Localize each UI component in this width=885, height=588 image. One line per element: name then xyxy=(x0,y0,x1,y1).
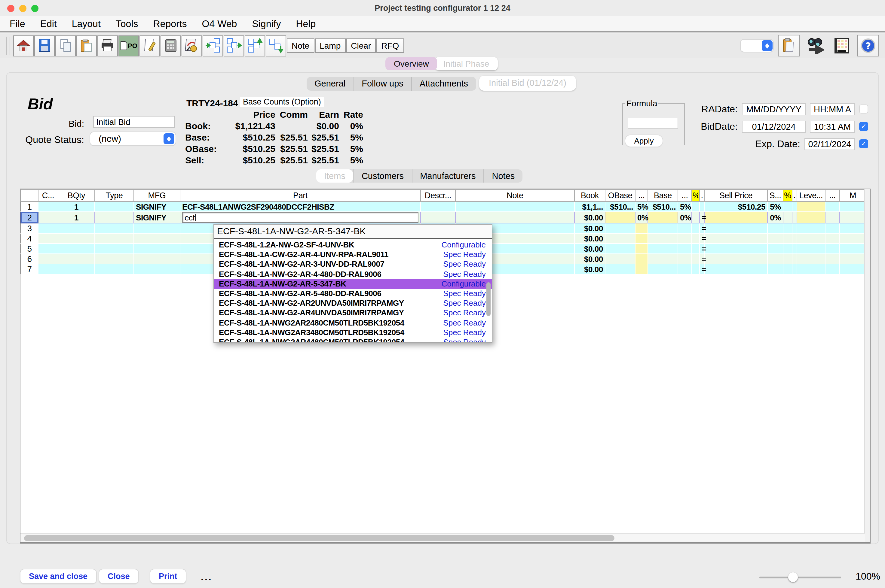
grid-col-bqty[interactable]: BQty xyxy=(58,189,95,201)
grid-horizontal-scrollbar[interactable] xyxy=(20,533,865,542)
cell[interactable] xyxy=(792,212,797,223)
grid-col-book[interactable]: Book xyxy=(575,189,605,201)
grid-col-descr-[interactable]: Descr... xyxy=(421,189,455,201)
cell[interactable] xyxy=(134,254,180,264)
cell[interactable] xyxy=(792,201,797,212)
menu-layout[interactable]: Layout xyxy=(72,18,101,29)
tab-initial-bid[interactable]: Initial Bid (01/12/24) xyxy=(479,76,576,91)
cell[interactable] xyxy=(605,223,635,233)
toolbar-note-button[interactable]: Note xyxy=(287,39,314,53)
cell[interactable] xyxy=(783,212,792,223)
cell[interactable] xyxy=(840,233,866,243)
part-edit-input[interactable]: ecf xyxy=(182,212,418,223)
cell[interactable] xyxy=(840,223,866,233)
cell[interactable]: 1 xyxy=(58,201,95,212)
cell[interactable]: $1,1... xyxy=(575,201,605,212)
cell[interactable] xyxy=(825,254,840,264)
cell[interactable]: 5% xyxy=(635,201,648,212)
cell[interactable] xyxy=(605,233,635,243)
home-button[interactable] xyxy=(13,35,34,56)
cell[interactable] xyxy=(635,254,648,264)
cell[interactable] xyxy=(840,243,866,254)
grid-col--[interactable]: ... xyxy=(635,189,648,201)
cell[interactable]: 5% xyxy=(768,201,783,212)
grid-col--[interactable]: ... xyxy=(825,189,840,201)
cell[interactable]: $510.25 xyxy=(704,201,768,212)
cell[interactable] xyxy=(95,201,134,212)
price-gauge-button[interactable] xyxy=(182,35,202,56)
cell[interactable] xyxy=(783,233,792,243)
dropdown-item[interactable]: ECF-S-48L-1A-NWG2AR2480CM50TLRD5BK192054… xyxy=(214,318,492,328)
grid-col-part[interactable]: Part xyxy=(180,189,421,201)
apply-button[interactable]: Apply xyxy=(625,135,662,147)
cell[interactable]: = xyxy=(700,243,704,254)
save-and-close-button[interactable]: Save and close xyxy=(20,569,96,583)
grid-col--[interactable]: . xyxy=(792,189,797,201)
menu-o4-web[interactable]: O4 Web xyxy=(202,18,237,29)
cell[interactable]: 0% xyxy=(768,212,783,223)
date-input[interactable]: 01/12/2024 xyxy=(742,120,806,132)
row-number[interactable]: 4 xyxy=(21,233,38,243)
checked-checkbox[interactable]: ✓ xyxy=(859,140,868,148)
find-next-button[interactable] xyxy=(804,35,826,57)
cell[interactable] xyxy=(38,254,58,264)
cell[interactable] xyxy=(95,223,134,233)
cell[interactable] xyxy=(768,264,783,274)
dropdown-item[interactable]: ECF-S-48L-1A-NW-G2-AR-3-UNV-DD-RAL9007Sp… xyxy=(214,260,492,269)
cell[interactable] xyxy=(797,254,825,264)
cell[interactable] xyxy=(58,233,95,243)
tab-initial-phase[interactable]: Initial Phase xyxy=(435,57,498,70)
cell[interactable] xyxy=(704,233,768,243)
cell[interactable] xyxy=(797,264,825,274)
cell[interactable] xyxy=(692,201,700,212)
clipboard-button[interactable] xyxy=(778,35,800,57)
grid-col--[interactable]: % xyxy=(783,189,792,201)
grid-col-type[interactable]: Type xyxy=(95,189,134,201)
cell[interactable]: = xyxy=(700,254,704,264)
copy-button[interactable] xyxy=(55,35,76,56)
cell[interactable] xyxy=(792,223,797,233)
cell[interactable]: = xyxy=(700,212,704,223)
dropdown-item[interactable]: ECF-S-48L-1A-NW-G2-AR2UNVDA50IMRI7RPAMGY… xyxy=(214,298,492,308)
tab-general[interactable]: General xyxy=(307,77,353,91)
print-button[interactable]: Print xyxy=(150,569,186,583)
cell[interactable] xyxy=(768,243,783,254)
cell[interactable] xyxy=(605,264,635,274)
sheet-button[interactable] xyxy=(831,35,852,57)
checked-checkbox[interactable]: ✓ xyxy=(859,122,868,131)
cell[interactable] xyxy=(704,264,768,274)
toolbar-combobox[interactable] xyxy=(741,40,773,52)
menu-help[interactable]: Help xyxy=(296,18,316,29)
grid-col-m[interactable]: M xyxy=(840,189,866,201)
cell[interactable] xyxy=(692,264,700,274)
cell[interactable] xyxy=(797,212,825,223)
cell[interactable] xyxy=(704,243,768,254)
tab-overview[interactable]: Overview xyxy=(385,57,437,70)
cell[interactable] xyxy=(792,233,797,243)
cell[interactable] xyxy=(635,233,648,243)
cell[interactable] xyxy=(692,212,700,223)
cell[interactable] xyxy=(421,201,455,212)
close-button[interactable]: Close xyxy=(99,569,138,583)
grid-col-note[interactable]: Note xyxy=(455,189,575,201)
grid-col-rownum[interactable] xyxy=(21,189,38,201)
cell[interactable] xyxy=(134,264,180,274)
tab-customers[interactable]: Customers xyxy=(353,170,412,183)
cell[interactable] xyxy=(648,264,678,274)
grid-col--[interactable]: ... xyxy=(678,189,692,201)
date-input[interactable]: MM/DD/YYYY xyxy=(742,103,806,115)
cell[interactable] xyxy=(38,264,58,274)
cell[interactable] xyxy=(840,264,866,274)
cell[interactable] xyxy=(134,243,180,254)
grid-vertical-scrollbar[interactable] xyxy=(864,189,870,542)
tree-insert-right-button[interactable] xyxy=(224,35,244,56)
zoom-slider[interactable] xyxy=(759,577,841,578)
cell[interactable] xyxy=(825,264,840,274)
cell[interactable]: 5% xyxy=(678,201,692,212)
cell[interactable] xyxy=(678,233,692,243)
cell[interactable] xyxy=(678,243,692,254)
cell[interactable] xyxy=(635,223,648,233)
dropdown-scrollbar-thumb[interactable] xyxy=(486,282,491,316)
grid-horizontal-scrollbar-thumb[interactable] xyxy=(24,535,614,541)
cell[interactable] xyxy=(797,223,825,233)
